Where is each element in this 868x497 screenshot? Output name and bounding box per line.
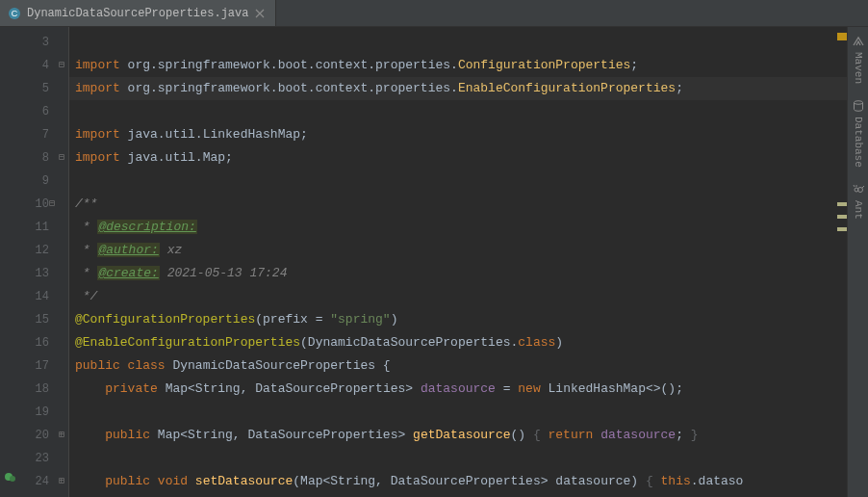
- code-line: [69, 401, 847, 424]
- gutter-line: 7: [0, 123, 68, 146]
- fold-marker-icon[interactable]: ⊟: [59, 54, 64, 77]
- highlight-marker[interactable]: [837, 202, 847, 206]
- gutter-line: 16: [0, 331, 68, 354]
- code-line: /**: [69, 193, 847, 216]
- gutter-line: 12: [0, 239, 68, 262]
- code-line: [69, 100, 847, 123]
- tool-window-bar-right: Maven Database Ant: [847, 27, 868, 497]
- code-line: * @author: xz: [69, 239, 847, 262]
- gutter-line: 5: [0, 77, 68, 100]
- line-number-gutter: 3 4⊟ 5 6 7 8⊟ 9 10⊟ 11 12 13 14 15 16 17…: [0, 27, 69, 497]
- gutter-line: 10⊟: [0, 193, 68, 216]
- svg-point-4: [854, 101, 862, 105]
- code-line: private Map<String, DataSourceProperties…: [69, 378, 847, 401]
- sidebar-item-database[interactable]: Database: [852, 92, 865, 175]
- sidebar-item-label: Database: [853, 117, 864, 168]
- ant-icon: [852, 183, 865, 196]
- code-line: [69, 31, 847, 54]
- gutter-line: 17: [0, 354, 68, 378]
- code-line: public Map<String, DataSourceProperties>…: [69, 424, 847, 447]
- code-line: import org.springframework.boot.context.…: [69, 54, 847, 77]
- fold-marker-icon[interactable]: ⊞: [59, 470, 64, 493]
- gutter-line: 6: [0, 100, 68, 123]
- close-icon[interactable]: [254, 8, 266, 19]
- code-line: * @create: 2021-05-13 17:24: [69, 262, 847, 285]
- tab-bar: C DynamicDataSourceProperties.java: [0, 0, 868, 27]
- gutter-line: 23: [0, 447, 68, 470]
- main-area: 3 4⊟ 5 6 7 8⊟ 9 10⊟ 11 12 13 14 15 16 17…: [0, 27, 868, 497]
- gutter-line: 18: [0, 378, 68, 401]
- fold-marker-icon[interactable]: ⊟: [49, 193, 55, 216]
- gutter-line: 11: [0, 216, 68, 239]
- sidebar-item-label: Maven: [853, 52, 864, 84]
- sidebar-item-label: Ant: [853, 200, 864, 220]
- gutter-line: 8⊟: [0, 146, 68, 170]
- tab-filename: DynamicDataSourceProperties.java: [27, 7, 248, 20]
- sidebar-item-ant[interactable]: Ant: [852, 175, 865, 227]
- sidebar-item-maven[interactable]: Maven: [852, 27, 865, 92]
- code-line: [69, 447, 847, 470]
- code-area[interactable]: import org.springframework.boot.context.…: [69, 27, 847, 497]
- code-line: public class DynamicDataSourceProperties…: [69, 354, 847, 378]
- error-stripe[interactable]: [835, 27, 847, 497]
- code-line-current: import org.springframework.boot.context.…: [69, 77, 847, 100]
- fold-marker-icon[interactable]: ⊟: [59, 146, 64, 170]
- gutter-line: 4⊟: [0, 54, 68, 77]
- gutter-line: 15: [0, 308, 68, 331]
- gutter-line: 24⊞: [0, 470, 68, 493]
- gutter-line: 20⊞: [0, 424, 68, 447]
- warning-marker[interactable]: [837, 33, 847, 40]
- gutter-line: 9: [0, 170, 68, 193]
- java-class-icon: C: [8, 7, 21, 20]
- maven-icon: [852, 35, 865, 48]
- code-line: import java.util.Map;: [69, 146, 847, 170]
- code-line: public void setDatasource(Map<String, Da…: [69, 470, 847, 493]
- svg-point-3: [10, 476, 15, 482]
- svg-text:C: C: [12, 9, 18, 18]
- gutter-line: 14: [0, 285, 68, 308]
- gutter-line: 13: [0, 262, 68, 285]
- gutter-line: 19: [0, 401, 68, 424]
- code-line: import java.util.LinkedHashMap;: [69, 123, 847, 146]
- gutter-line: 3: [0, 31, 68, 54]
- editor-tab[interactable]: C DynamicDataSourceProperties.java: [0, 0, 276, 26]
- highlight-marker[interactable]: [837, 227, 847, 231]
- code-line: @EnableConfigurationProperties(DynamicDa…: [69, 331, 847, 354]
- run-gutter-icon[interactable]: [4, 470, 17, 493]
- code-line: */: [69, 285, 847, 308]
- highlight-marker[interactable]: [837, 215, 847, 219]
- editor[interactable]: 3 4⊟ 5 6 7 8⊟ 9 10⊟ 11 12 13 14 15 16 17…: [0, 27, 847, 497]
- code-line: [69, 170, 847, 193]
- database-icon: [852, 99, 865, 113]
- code-line: @ConfigurationProperties(prefix = "sprin…: [69, 308, 847, 331]
- code-line: * @description:: [69, 216, 847, 239]
- fold-marker-icon[interactable]: ⊞: [59, 424, 64, 447]
